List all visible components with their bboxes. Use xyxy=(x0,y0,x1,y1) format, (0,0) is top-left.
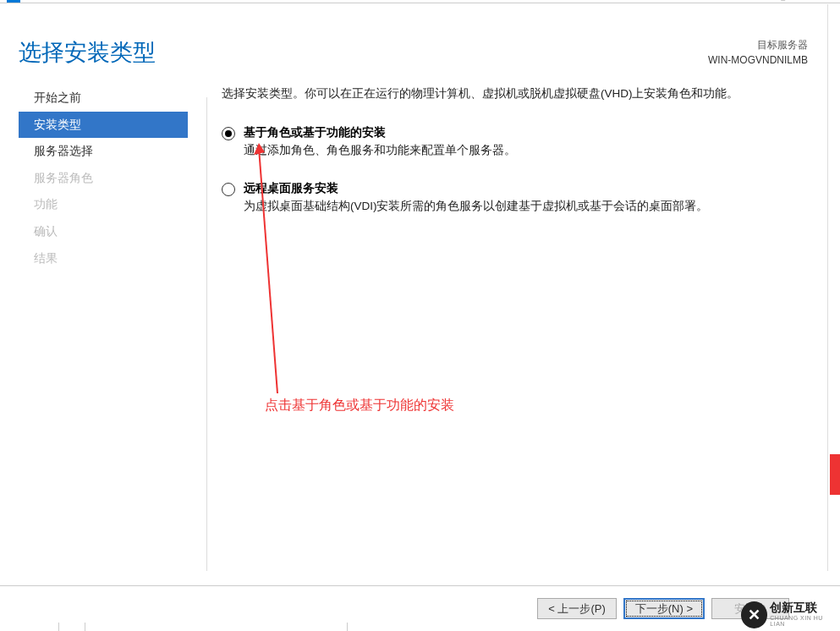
tick xyxy=(58,623,59,631)
sidebar-item-before-you-begin[interactable]: 开始之前 xyxy=(19,85,188,112)
window-controls: ─ ▢ ✕ xyxy=(726,0,840,3)
target-name: WIN-MOGVNDNILMB xyxy=(708,52,808,68)
next-button[interactable]: 下一步(N) > xyxy=(623,598,705,619)
minimize-button[interactable]: ─ xyxy=(726,0,764,3)
watermark-logo: ✕ 创新互联 CHUANG XIN HU LIAN xyxy=(741,600,838,629)
logo-mark-icon: ✕ xyxy=(741,601,767,628)
radio-icon[interactable] xyxy=(222,183,235,196)
tick xyxy=(85,623,85,631)
close-button[interactable]: ✕ xyxy=(802,0,840,3)
sidebar-item-server-roles: 服务器角色 xyxy=(19,165,188,192)
target-label: 目标服务器 xyxy=(708,37,808,52)
annotation-text: 点击基于角色或基于功能的安装 xyxy=(265,397,454,414)
radio-content: 远程桌面服务安装 为虚拟桌面基础结构(VDI)安装所需的角色服务以创建基于虚拟机… xyxy=(244,181,815,215)
bottom-ticks xyxy=(0,623,840,631)
sidebar-item-server-selection[interactable]: 服务器选择 xyxy=(19,138,188,165)
sidebar-item-results: 结果 xyxy=(19,245,188,272)
logo-text: 创新互联 CHUANG XIN HU LIAN xyxy=(770,601,838,628)
radio-option-remote-desktop[interactable]: 远程桌面服务安装 为虚拟桌面基础结构(VDI)安装所需的角色服务以创建基于虚拟机… xyxy=(222,181,815,215)
radio-icon[interactable] xyxy=(222,127,235,140)
radio-title: 基于角色或基于功能的安装 xyxy=(244,125,815,140)
right-border xyxy=(827,4,828,571)
window-title: 添加角色和功能向导 xyxy=(25,0,117,3)
radio-option-role-based[interactable]: 基于角色或基于功能的安装 通过添加角色、角色服务和功能来配置单个服务器。 xyxy=(222,125,815,159)
sidebar-item-features: 功能 xyxy=(19,191,188,218)
logo-cn: 创新互联 xyxy=(770,601,838,614)
page-title: 选择安装类型 xyxy=(19,37,156,68)
sidebar-item-installation-type[interactable]: 安装类型 xyxy=(19,112,188,139)
sidebar: 开始之前 安装类型 服务器选择 服务器角色 功能 确认 结果 xyxy=(19,85,188,272)
body: 开始之前 安装类型 服务器选择 服务器角色 功能 确认 结果 选择安装类型。你可… xyxy=(0,85,840,272)
main-content: 选择安装类型。你可以在正在运行的物理计算机、虚拟机或脱机虚拟硬盘(VHD)上安装… xyxy=(188,85,840,272)
radio-desc: 为虚拟桌面基础结构(VDI)安装所需的角色服务以创建基于虚拟机或基于会话的桌面部… xyxy=(244,198,815,215)
radio-content: 基于角色或基于功能的安装 通过添加角色、角色服务和功能来配置单个服务器。 xyxy=(244,125,815,159)
header: 选择安装类型 目标服务器 WIN-MOGVNDNILMB xyxy=(0,3,840,85)
logo-en: CHUANG XIN HU LIAN xyxy=(770,615,838,628)
red-side-bar xyxy=(830,454,840,495)
app-icon xyxy=(7,0,20,3)
radio-desc: 通过添加角色、角色服务和功能来配置单个服务器。 xyxy=(244,142,815,159)
maximize-button[interactable]: ▢ xyxy=(764,0,802,3)
radio-title: 远程桌面服务安装 xyxy=(244,181,815,196)
tick xyxy=(347,623,348,631)
titlebar: 添加角色和功能向导 ─ ▢ ✕ xyxy=(0,0,840,3)
sidebar-item-confirmation: 确认 xyxy=(19,218,188,245)
previous-button[interactable]: < 上一步(P) xyxy=(537,598,617,619)
target-info: 目标服务器 WIN-MOGVNDNILMB xyxy=(708,37,808,68)
vertical-divider xyxy=(206,97,207,571)
intro-text: 选择安装类型。你可以在正在运行的物理计算机、虚拟机或脱机虚拟硬盘(VHD)上安装… xyxy=(222,85,815,103)
